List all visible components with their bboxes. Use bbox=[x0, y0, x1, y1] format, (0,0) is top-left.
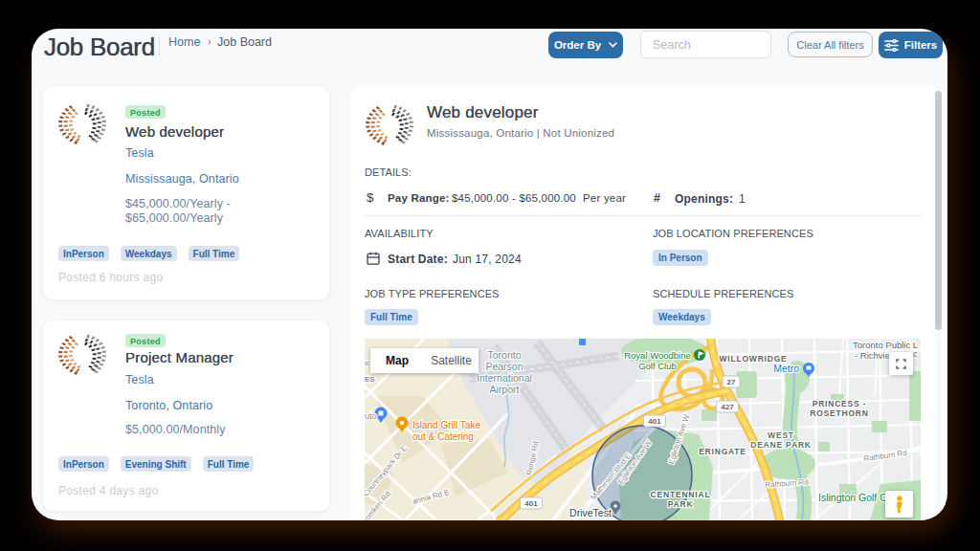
svg-text:Islington Golf Clu: Islington Golf Clu bbox=[818, 492, 895, 503]
svg-text:International: International bbox=[477, 372, 532, 384]
svg-text:Golf Club: Golf Club bbox=[638, 361, 677, 371]
svg-text:WEST: WEST bbox=[768, 430, 794, 440]
svg-text:PRINCESS -: PRINCESS - bbox=[813, 399, 867, 408]
svg-text:DriveTest: DriveTest bbox=[569, 507, 612, 518]
svg-text:Airport: Airport bbox=[490, 384, 520, 395]
svg-text:27: 27 bbox=[727, 378, 736, 386]
svg-text:401: 401 bbox=[524, 499, 538, 508]
svg-text:Toronto Public L: Toronto Public L bbox=[853, 340, 918, 350]
svg-text:Toronto: Toronto bbox=[487, 349, 521, 361]
svg-text:ES: ES bbox=[365, 375, 375, 384]
svg-text:ROSETHORN: ROSETHORN bbox=[810, 408, 869, 418]
svg-text:401: 401 bbox=[648, 417, 661, 426]
svg-text:ic: ic bbox=[365, 359, 370, 367]
svg-text:CENTENNIAL: CENTENNIAL bbox=[651, 490, 711, 499]
svg-text:DEANE PARK: DEANE PARK bbox=[750, 440, 812, 450]
svg-text:uto: uto bbox=[365, 411, 377, 421]
svg-text:c: c bbox=[913, 348, 918, 359]
svg-text:ERINGATE: ERINGATE bbox=[699, 447, 746, 456]
svg-text:WILLOWRIDGE: WILLOWRIDGE bbox=[719, 354, 787, 364]
svg-text:PARK: PARK bbox=[668, 499, 694, 509]
svg-text:- Richvie: - Richvie bbox=[855, 350, 890, 361]
svg-text:Pearson: Pearson bbox=[485, 361, 523, 372]
svg-text:427: 427 bbox=[721, 403, 734, 411]
svg-text:out & Catering: out & Catering bbox=[412, 431, 474, 442]
svg-text:Royal Woodbine: Royal Woodbine bbox=[624, 350, 691, 361]
svg-text:Metro: Metro bbox=[773, 363, 799, 374]
svg-text:Island Grill Take: Island Grill Take bbox=[412, 420, 480, 430]
